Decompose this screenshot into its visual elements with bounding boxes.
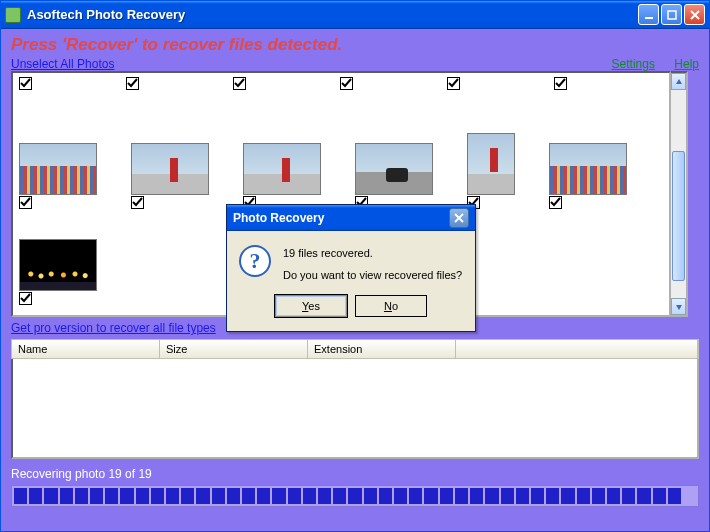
pro-version-link[interactable]: Get pro version to recover all file type… [11,321,216,335]
progress-segment [653,488,666,504]
photo-thumbnail[interactable] [355,143,433,195]
progress-segment [577,488,590,504]
progress-segment [151,488,164,504]
photo-checkbox[interactable] [19,77,32,90]
photo-checkbox[interactable] [126,77,139,90]
progress-segment [303,488,316,504]
progress-segment [561,488,574,504]
progress-segment [14,488,27,504]
photo-thumbnail[interactable] [131,143,209,195]
progress-segment [333,488,346,504]
photo-checkbox[interactable] [19,292,32,305]
window-title: Asoftech Photo Recovery [27,7,638,22]
progress-segment [348,488,361,504]
dialog-titlebar: Photo Recovery [227,205,475,231]
yes-button[interactable]: Yes [275,295,347,317]
photo-thumbnail[interactable] [243,143,321,195]
dialog-close-button[interactable] [449,208,469,228]
progress-segment [592,488,605,504]
table-body [11,359,699,459]
col-blank [456,340,698,358]
gallery-scrollbar[interactable] [671,71,688,317]
photo-thumbnail[interactable] [19,143,97,195]
progress-segment [394,488,407,504]
progress-segment [242,488,255,504]
progress-segment [440,488,453,504]
progress-segment [683,488,696,504]
progress-segment [470,488,483,504]
progress-segment [501,488,514,504]
progress-segment [227,488,240,504]
photo-checkbox[interactable] [554,77,567,90]
progress-segment [668,488,681,504]
progress-segment [196,488,209,504]
dialog-message-1: 19 files recovered. [283,247,462,259]
progress-segment [318,488,331,504]
col-size[interactable]: Size [160,340,308,358]
progress-segment [120,488,133,504]
progress-segment [409,488,422,504]
progress-segment [257,488,270,504]
question-icon: ? [239,245,271,277]
table-header: Name Size Extension [11,339,699,359]
progress-segment [424,488,437,504]
recover-dialog: Photo Recovery ? 19 files recovered. Do … [226,204,476,332]
main-window: Asoftech Photo Recovery Press 'Recover' … [0,0,710,532]
progress-segment [212,488,225,504]
progress-segment [485,488,498,504]
photo-checkbox[interactable] [549,196,562,209]
settings-link[interactable]: Settings [612,57,655,71]
close-button[interactable] [684,4,705,25]
instruction-text: Press 'Recover' to recover files detecte… [11,35,699,55]
progress-bar [11,485,699,507]
progress-segment [44,488,57,504]
progress-segment [364,488,377,504]
photo-thumbnail[interactable] [549,143,627,195]
progress-segment [105,488,118,504]
col-name[interactable]: Name [12,340,160,358]
file-table: Name Size Extension [11,339,699,459]
progress-segment [181,488,194,504]
svg-rect-0 [645,17,653,19]
svg-rect-1 [668,11,676,19]
photo-checkbox[interactable] [340,77,353,90]
progress-segment [637,488,650,504]
scroll-up-button[interactable] [671,73,686,90]
dialog-message-2: Do you want to view recovered files? [283,269,462,281]
dialog-title: Photo Recovery [233,211,324,225]
progress-segment [75,488,88,504]
scroll-thumb[interactable] [672,151,685,281]
photo-checkbox[interactable] [131,196,144,209]
help-link[interactable]: Help [674,57,699,71]
minimize-button[interactable] [638,4,659,25]
unselect-all-link[interactable]: Unselect All Photos [11,57,114,71]
photo-thumbnail[interactable] [467,133,515,195]
progress-segment [531,488,544,504]
progress-segment [272,488,285,504]
status-text: Recovering photo 19 of 19 [11,467,699,481]
progress-segment [607,488,620,504]
photo-checkbox[interactable] [447,77,460,90]
photo-checkbox[interactable] [233,77,246,90]
progress-segment [455,488,468,504]
progress-segment [288,488,301,504]
progress-segment [60,488,73,504]
progress-segment [29,488,42,504]
progress-segment [516,488,529,504]
app-icon [5,7,21,23]
col-extension[interactable]: Extension [308,340,456,358]
progress-segment [166,488,179,504]
titlebar: Asoftech Photo Recovery [1,1,709,29]
no-button[interactable]: No [355,295,427,317]
progress-segment [546,488,559,504]
photo-checkbox[interactable] [19,196,32,209]
scroll-down-button[interactable] [671,298,686,315]
link-row: Unselect All Photos Settings Help [11,57,699,71]
progress-segment [622,488,635,504]
progress-segment [90,488,103,504]
maximize-button[interactable] [661,4,682,25]
progress-segment [136,488,149,504]
photo-thumbnail[interactable] [19,239,97,291]
progress-segment [379,488,392,504]
